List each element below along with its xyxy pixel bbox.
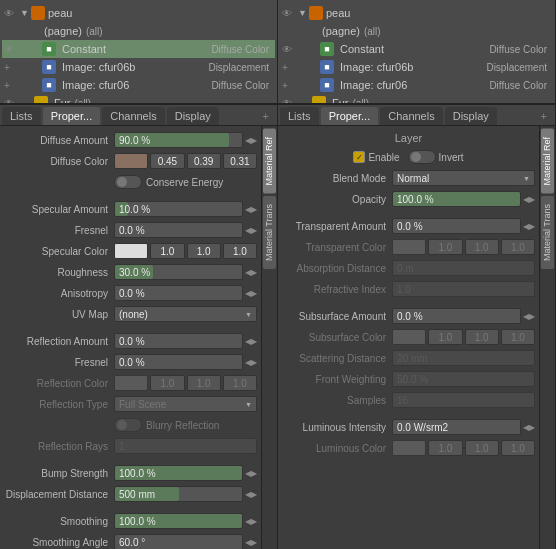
material-ref-tab-r[interactable]: Material Ref (541, 129, 554, 194)
color-g[interactable]: 1.0 (465, 440, 499, 456)
scattering-distance-value[interactable]: 20 mm (392, 350, 535, 366)
color-swatch-full[interactable] (392, 329, 426, 345)
color-g[interactable]: 1.0 (187, 375, 221, 391)
bump-strength-value[interactable]: 100.0 % (114, 465, 243, 481)
eye-icon[interactable]: 👁 (4, 44, 18, 55)
color-swatch-full[interactable] (392, 440, 426, 456)
color-g[interactable]: 0.39 (187, 153, 221, 169)
eye-icon[interactable]: 👁 (282, 98, 296, 104)
tab-channels-r[interactable]: Channels (380, 107, 442, 125)
color-b[interactable]: 1.0 (223, 243, 257, 259)
tree-item[interactable]: + ■ Image: cfur06 Diffuse Color (280, 76, 553, 94)
tab-plus-r[interactable]: + (535, 107, 553, 125)
smoothing-value[interactable]: 100.0 % (114, 513, 243, 529)
arrows-icon: ◀▶ (523, 423, 535, 432)
eye-icon[interactable]: 👁 (282, 8, 296, 19)
tab-plus[interactable]: + (257, 107, 275, 125)
subsurface-amount-value[interactable]: 0.0 % (392, 308, 521, 324)
roughness-value[interactable]: 30.0 % (114, 264, 243, 280)
fresnel2-value[interactable]: 0.0 % (114, 354, 243, 370)
color-b[interactable]: 1.0 (501, 239, 535, 255)
color-r[interactable]: 1.0 (428, 239, 462, 255)
blurry-reflection-toggle[interactable] (114, 418, 142, 432)
tree-item[interactable]: + ■ Image: cfur06b Displacement (2, 58, 275, 76)
absorption-distance-row: Absorption Distance 0 m (278, 258, 539, 278)
tree-item[interactable]: 👁 Fur (all) (2, 94, 275, 103)
tree-item[interactable]: + ■ Image: cfur06 Diffuse Color (2, 76, 275, 94)
left-tree: 👁 ▼ peau (pagne) (all) 👁 ■ Constant Diff… (0, 0, 277, 103)
displacement-distance-value[interactable]: 500 mm (114, 486, 243, 502)
tab-lists-r[interactable]: Lists (280, 107, 319, 125)
right-side-tabs: Material Ref Material Trans (539, 126, 555, 549)
smoothing-angle-row: Smoothing Angle 60.0 ° ◀▶ (0, 532, 261, 549)
conserve-energy-toggle[interactable] (114, 175, 142, 189)
opacity-value[interactable]: 100.0 % (392, 191, 521, 207)
tree-item[interactable]: (pagne) (all) (280, 22, 553, 40)
eye-icon[interactable]: + (282, 62, 296, 73)
item-name: Image: cfur06 (340, 79, 407, 91)
color-r[interactable]: 1.0 (428, 440, 462, 456)
color-b[interactable]: 1.0 (223, 375, 257, 391)
color-b[interactable]: 1.0 (501, 440, 535, 456)
color-g[interactable]: 1.0 (187, 243, 221, 259)
eye-icon[interactable]: + (4, 62, 18, 73)
color-r[interactable]: 1.0 (150, 375, 184, 391)
color-r[interactable]: 0.45 (150, 153, 184, 169)
arrows-icon: ◀▶ (245, 538, 257, 547)
eye-icon[interactable]: 👁 (4, 98, 18, 104)
transparent-amount-label: Transparent Amount (282, 221, 392, 232)
item-name: Image: cfur06b (62, 61, 135, 73)
tree-item[interactable]: + ■ Image: cfur06b Displacement (280, 58, 553, 76)
fresnel-value[interactable]: 0.0 % (114, 222, 243, 238)
color-g[interactable]: 1.0 (465, 239, 499, 255)
smoothing-angle-value[interactable]: 60.0 ° (114, 534, 243, 549)
bump-strength-row: Bump Strength 100.0 % ◀▶ (0, 463, 261, 483)
tree-item[interactable]: 👁 ▼ peau (2, 4, 275, 22)
eye-icon[interactable]: 👁 (282, 44, 296, 55)
tree-item[interactable]: (pagne) (all) (2, 22, 275, 40)
color-b[interactable]: 1.0 (501, 329, 535, 345)
front-weighting-value[interactable]: 50.0 % (392, 371, 535, 387)
reflection-amount-row: Reflection Amount 0.0 % ◀▶ (0, 331, 261, 351)
material-trans-tab-r[interactable]: Material Trans (541, 196, 554, 269)
color-swatch-full[interactable] (114, 375, 148, 391)
eye-icon[interactable]: + (4, 80, 18, 91)
invert-toggle[interactable] (408, 150, 436, 164)
color-r[interactable]: 1.0 (428, 329, 462, 345)
enable-checkbox[interactable]: ✓ (353, 151, 365, 163)
color-g[interactable]: 1.0 (465, 329, 499, 345)
color-swatch-full[interactable] (114, 153, 148, 169)
material-ref-tab[interactable]: Material Ref (263, 129, 276, 194)
transparent-amount-value[interactable]: 0.0 % (392, 218, 521, 234)
specular-amount-value[interactable]: 10.0 % (114, 201, 243, 217)
samples-value[interactable]: 16 (392, 392, 535, 408)
blend-mode-dropdown[interactable]: Normal (392, 170, 535, 186)
absorption-distance-value[interactable]: 0 m (392, 260, 535, 276)
tab-display[interactable]: Display (167, 107, 219, 125)
samples-row: Samples 16 (278, 390, 539, 410)
tab-lists[interactable]: Lists (2, 107, 41, 125)
color-swatch-full[interactable] (114, 243, 148, 259)
anisotropy-value[interactable]: 0.0 % (114, 285, 243, 301)
tree-item[interactable]: 👁 ■ Constant Diffuse Color (280, 40, 553, 58)
color-r[interactable]: 1.0 (150, 243, 184, 259)
reflection-type-dropdown[interactable]: Full Scene (114, 396, 257, 412)
tree-item[interactable]: 👁 Fur (all) (280, 94, 553, 103)
material-trans-tab[interactable]: Material Trans (263, 196, 276, 269)
uv-map-dropdown[interactable]: (none) (114, 306, 257, 322)
reflection-rays-value[interactable]: 1 (114, 438, 257, 454)
tab-channels[interactable]: Channels (102, 107, 164, 125)
color-b[interactable]: 0.31 (223, 153, 257, 169)
refractive-index-value[interactable]: 1.0 (392, 281, 535, 297)
eye-icon[interactable]: + (282, 80, 296, 91)
tab-proper[interactable]: Proper... (43, 107, 101, 125)
tree-item[interactable]: 👁 ▼ peau (280, 4, 553, 22)
eye-icon[interactable]: 👁 (4, 8, 18, 19)
tab-proper-r[interactable]: Proper... (321, 107, 379, 125)
tab-display-r[interactable]: Display (445, 107, 497, 125)
luminous-intensity-value[interactable]: 0.0 W/srm2 (392, 419, 521, 435)
reflection-amount-value[interactable]: 0.0 % (114, 333, 243, 349)
tree-item[interactable]: 👁 ■ Constant Diffuse Color (2, 40, 275, 58)
color-swatch-full[interactable] (392, 239, 426, 255)
diffuse-amount-value[interactable]: 90.0 % (114, 132, 243, 148)
